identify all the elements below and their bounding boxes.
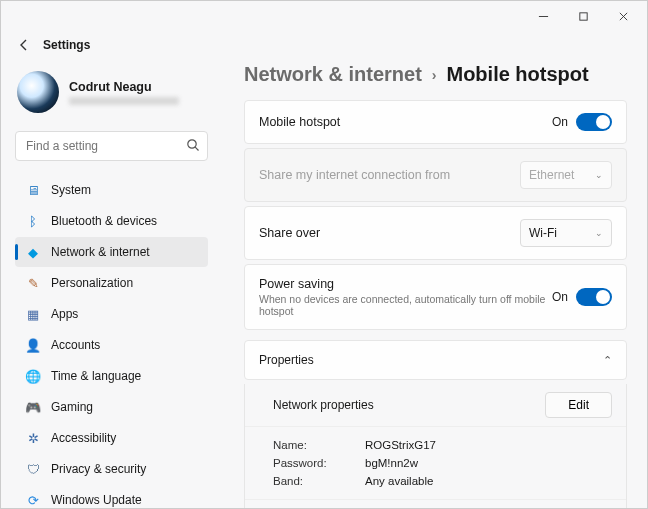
hotspot-state-text: On (552, 115, 568, 129)
properties-card: Properties ⌃ (244, 340, 627, 380)
power-saving-toggle[interactable] (576, 288, 612, 306)
breadcrumb: Network & internet › Mobile hotspot (244, 63, 627, 86)
sidebar-item-label: Accessibility (51, 431, 116, 445)
share-from-label: Share my internet connection from (259, 168, 450, 182)
sidebar-item-label: Accounts (51, 338, 100, 352)
apps-icon: ▦ (25, 306, 41, 322)
sidebar-item-label: Personalization (51, 276, 133, 290)
privacy-icon: 🛡 (25, 461, 41, 477)
share-over-card: Share over Wi-Fi ⌄ (244, 206, 627, 260)
content-panel: Network & internet › Mobile hotspot Mobi… (222, 59, 647, 508)
power-saving-sub: When no devices are connected, automatic… (259, 293, 552, 317)
share-over-select[interactable]: Wi-Fi ⌄ (520, 219, 612, 247)
hotspot-label: Mobile hotspot (259, 115, 340, 129)
minimize-button[interactable] (523, 3, 563, 29)
hotspot-toggle[interactable] (576, 113, 612, 131)
system-icon: 🖥 (25, 182, 41, 198)
search-icon (186, 138, 200, 155)
breadcrumb-parent[interactable]: Network & internet (244, 63, 422, 86)
properties-body: Network properties Edit Name: ROGStrixG1… (244, 384, 627, 508)
app-title: Settings (43, 38, 90, 52)
sidebar-item-label: Time & language (51, 369, 141, 383)
password-value: bgM!nn2w (365, 457, 436, 469)
window-header: Settings (1, 31, 647, 59)
sidebar-item-label: Apps (51, 307, 78, 321)
share-over-label: Share over (259, 226, 320, 240)
power-saving-card: Power saving When no devices are connect… (244, 264, 627, 330)
sidebar-item-time-language[interactable]: 🌐Time & language (15, 361, 208, 391)
profile-sub-blur (69, 97, 179, 105)
avatar (17, 71, 59, 113)
band-key: Band: (273, 475, 365, 487)
band-value: Any available (365, 475, 436, 487)
network-icon: ◆ (25, 244, 41, 260)
properties-expander[interactable]: Properties ⌃ (245, 341, 626, 379)
sidebar-item-accounts[interactable]: 👤Accounts (15, 330, 208, 360)
sidebar-item-bluetooth-devices[interactable]: ᛒBluetooth & devices (15, 206, 208, 236)
titlebar (1, 1, 647, 31)
sidebar-item-network-internet[interactable]: ◆Network & internet (15, 237, 208, 267)
sidebar-item-gaming[interactable]: 🎮Gaming (15, 392, 208, 422)
sidebar-item-label: Bluetooth & devices (51, 214, 157, 228)
sidebar-item-system[interactable]: 🖥System (15, 175, 208, 205)
power-saving-label: Power saving (259, 277, 552, 291)
sidebar-item-label: System (51, 183, 91, 197)
sidebar-item-accessibility[interactable]: ✲Accessibility (15, 423, 208, 453)
bluetooth-icon: ᛒ (25, 213, 41, 229)
hotspot-card: Mobile hotspot On (244, 100, 627, 144)
sidebar-item-privacy-security[interactable]: 🛡Privacy & security (15, 454, 208, 484)
profile-name: Codrut Neagu (69, 80, 179, 94)
accounts-icon: 👤 (25, 337, 41, 353)
edit-button[interactable]: Edit (545, 392, 612, 418)
back-button[interactable] (17, 38, 43, 52)
share-from-select: Ethernet ⌄ (520, 161, 612, 189)
sidebar-item-apps[interactable]: ▦Apps (15, 299, 208, 329)
maximize-button[interactable] (563, 3, 603, 29)
sidebar-item-personalization[interactable]: ✎Personalization (15, 268, 208, 298)
sidebar-item-label: Gaming (51, 400, 93, 414)
personalization-icon: ✎ (25, 275, 41, 291)
close-button[interactable] (603, 3, 643, 29)
network-props-label: Network properties (273, 398, 374, 412)
svg-point-4 (188, 140, 196, 148)
gaming-icon: 🎮 (25, 399, 41, 415)
svg-line-5 (195, 147, 198, 150)
update-icon: ⟳ (25, 492, 41, 508)
power-saving-state-text: On (552, 290, 568, 304)
chevron-down-icon: ⌄ (595, 170, 603, 180)
svg-rect-1 (579, 12, 586, 19)
chevron-up-icon: ⌃ (603, 354, 612, 367)
profile-block[interactable]: Codrut Neagu (15, 63, 208, 125)
share-from-card: Share my internet connection from Ethern… (244, 148, 627, 202)
time-icon: 🌐 (25, 368, 41, 384)
sidebar: Codrut Neagu 🖥SystemᛒBluetooth & devices… (1, 59, 222, 508)
password-key: Password: (273, 457, 365, 469)
name-value: ROGStrixG17 (365, 439, 436, 451)
sidebar-item-label: Windows Update (51, 493, 142, 507)
sidebar-item-windows-update[interactable]: ⟳Windows Update (15, 485, 208, 508)
sidebar-item-label: Privacy & security (51, 462, 146, 476)
chevron-down-icon: ⌄ (595, 228, 603, 238)
nav-list: 🖥SystemᛒBluetooth & devices◆Network & in… (15, 175, 208, 508)
chevron-right-icon: › (432, 67, 437, 83)
name-key: Name: (273, 439, 365, 451)
accessibility-icon: ✲ (25, 430, 41, 446)
page-title: Mobile hotspot (446, 63, 588, 86)
search-input[interactable] (15, 131, 208, 161)
sidebar-item-label: Network & internet (51, 245, 150, 259)
